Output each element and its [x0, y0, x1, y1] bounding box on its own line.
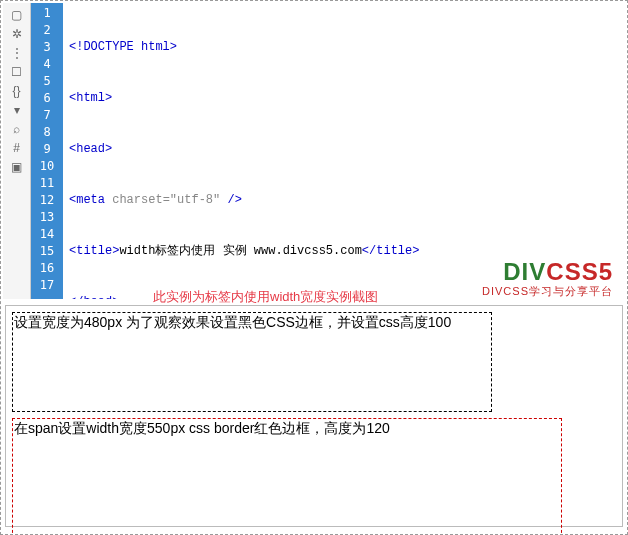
code-token: <title> [69, 244, 119, 258]
app-frame: ▢ ✲ ⋮ ☐ {} ▾ ⌕ # ▣ 1 2 3 4 5 6 7 8 9 10 … [0, 0, 628, 535]
line-number-gutter: 1 2 3 4 5 6 7 8 9 10 11 12 13 14 15 16 1… [31, 3, 63, 299]
line-number: 13 [31, 209, 63, 226]
example-caption: 此实例为标签内使用width宽度实例截图 [153, 288, 378, 306]
logo-subtitle: DIVCSS学习与分享平台 [482, 284, 613, 299]
down-icon[interactable]: ▾ [6, 101, 28, 119]
code-token: /> [227, 193, 241, 207]
line-number: 4 [31, 56, 63, 73]
rendered-output-pane: 设置宽度为480px 为了观察效果设置黑色CSS边框，并设置css高度100 在… [5, 305, 623, 527]
line-number: 14 [31, 226, 63, 243]
vertical-toolbar: ▢ ✲ ⋮ ☐ {} ▾ ⌕ # ▣ [3, 3, 31, 299]
brand-logo: DIVCSS5 DIVCSS学习与分享平台 [482, 258, 613, 299]
code-token: <head> [69, 142, 112, 156]
line-number: 11 [31, 175, 63, 192]
demo-div-480: 设置宽度为480px 为了观察效果设置黑色CSS边框，并设置css高度100 [12, 312, 492, 412]
brackets-icon[interactable]: {} [6, 82, 28, 100]
hash-icon[interactable]: # [6, 139, 28, 157]
line-number: 17 [31, 277, 63, 294]
line-number: 16 [31, 260, 63, 277]
select-icon[interactable]: ☐ [6, 63, 28, 81]
file-icon[interactable]: ▢ [6, 6, 28, 24]
line-number: 15 [31, 243, 63, 260]
code-text-area[interactable]: <!DOCTYPE html> <html> <head> <meta char… [63, 3, 625, 299]
search-icon[interactable]: ⌕ [6, 120, 28, 138]
line-number: 12 [31, 192, 63, 209]
logo-div: DIV [503, 258, 546, 285]
logo-css5: CSS5 [546, 258, 613, 285]
line-number: 8 [31, 124, 63, 141]
code-token: </head> [69, 295, 119, 299]
folder-icon[interactable]: ▣ [6, 158, 28, 176]
code-token: <!DOCTYPE html> [69, 40, 177, 54]
line-number: 3 [31, 39, 63, 56]
code-token: </title> [362, 244, 420, 258]
code-token: <meta [69, 193, 112, 207]
code-token: <html> [69, 91, 112, 105]
wand-icon[interactable]: ✲ [6, 25, 28, 43]
code-token: charset="utf-8" [112, 193, 227, 207]
line-number: 5 [31, 73, 63, 90]
line-number: 7 [31, 107, 63, 124]
line-number: 1 [31, 5, 63, 22]
demo-span-550: 在span设置width宽度550px css border红色边框，高度为12… [12, 418, 562, 535]
line-number: 9 [31, 141, 63, 158]
code-editor-pane: ▢ ✲ ⋮ ☐ {} ▾ ⌕ # ▣ 1 2 3 4 5 6 7 8 9 10 … [3, 3, 625, 299]
line-number: 2 [31, 22, 63, 39]
code-token: width标签内使用 实例 www.divcss5.com [119, 244, 361, 258]
line-number: 10 [31, 158, 63, 175]
line-number: 6 [31, 90, 63, 107]
dots-icon[interactable]: ⋮ [6, 44, 28, 62]
